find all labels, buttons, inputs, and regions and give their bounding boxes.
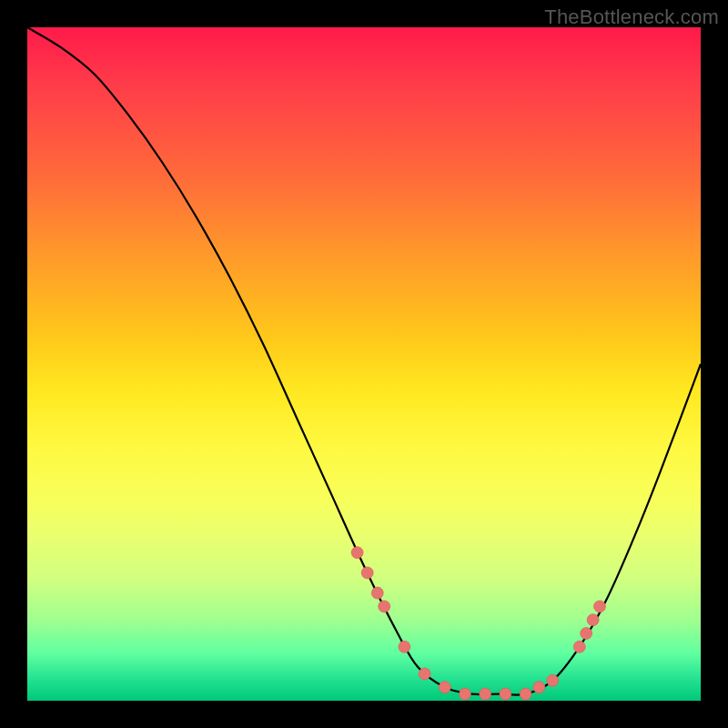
data-point (460, 688, 471, 700)
chart-frame: TheBottleneck.com (0, 0, 728, 728)
data-points-group (351, 547, 605, 700)
data-point (439, 682, 450, 693)
data-point (399, 641, 410, 652)
data-point (581, 628, 592, 640)
data-point (594, 601, 606, 612)
data-point (361, 567, 373, 579)
data-point (547, 674, 559, 686)
data-point (371, 587, 383, 599)
data-point (533, 682, 545, 693)
data-point (480, 688, 491, 700)
data-point (500, 688, 511, 700)
data-point (351, 547, 363, 559)
plot-area (27, 27, 701, 701)
data-point (520, 688, 531, 700)
data-point (419, 668, 430, 680)
data-point (587, 614, 599, 626)
data-point (379, 601, 390, 612)
data-point (573, 641, 585, 652)
watermark-text: TheBottleneck.com (544, 5, 719, 29)
curve-line (27, 27, 701, 695)
chart-svg (27, 27, 701, 701)
